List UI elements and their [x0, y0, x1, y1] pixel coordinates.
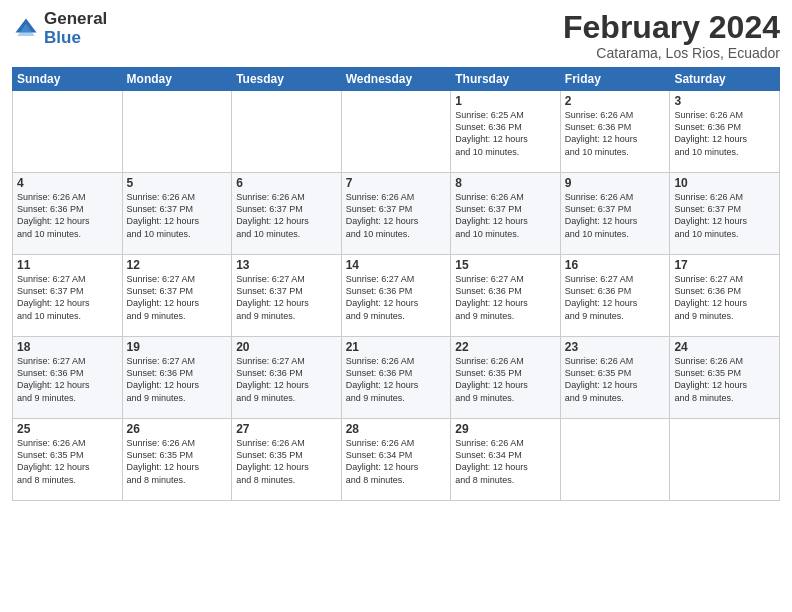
calendar-cell: 3Sunrise: 6:26 AM Sunset: 6:36 PM Daylig…	[670, 91, 780, 173]
calendar-cell: 22Sunrise: 6:26 AM Sunset: 6:35 PM Dayli…	[451, 337, 561, 419]
page-container: General Blue February 2024 Catarama, Los…	[0, 0, 792, 612]
weekday-header: Sunday	[13, 68, 123, 91]
day-info: Sunrise: 6:26 AM Sunset: 6:36 PM Dayligh…	[17, 191, 118, 240]
day-info: Sunrise: 6:27 AM Sunset: 6:36 PM Dayligh…	[236, 355, 337, 404]
day-number: 22	[455, 340, 556, 354]
calendar-cell: 4Sunrise: 6:26 AM Sunset: 6:36 PM Daylig…	[13, 173, 123, 255]
calendar-cell: 6Sunrise: 6:26 AM Sunset: 6:37 PM Daylig…	[232, 173, 342, 255]
day-info: Sunrise: 6:26 AM Sunset: 6:34 PM Dayligh…	[346, 437, 447, 486]
calendar-week-row: 1Sunrise: 6:25 AM Sunset: 6:36 PM Daylig…	[13, 91, 780, 173]
day-number: 9	[565, 176, 666, 190]
calendar-cell: 24Sunrise: 6:26 AM Sunset: 6:35 PM Dayli…	[670, 337, 780, 419]
day-info: Sunrise: 6:27 AM Sunset: 6:37 PM Dayligh…	[17, 273, 118, 322]
calendar-cell: 25Sunrise: 6:26 AM Sunset: 6:35 PM Dayli…	[13, 419, 123, 501]
calendar-cell: 2Sunrise: 6:26 AM Sunset: 6:36 PM Daylig…	[560, 91, 670, 173]
calendar-cell: 14Sunrise: 6:27 AM Sunset: 6:36 PM Dayli…	[341, 255, 451, 337]
calendar-cell	[13, 91, 123, 173]
day-info: Sunrise: 6:26 AM Sunset: 6:37 PM Dayligh…	[455, 191, 556, 240]
calendar-cell: 5Sunrise: 6:26 AM Sunset: 6:37 PM Daylig…	[122, 173, 232, 255]
day-info: Sunrise: 6:26 AM Sunset: 6:37 PM Dayligh…	[127, 191, 228, 240]
day-number: 27	[236, 422, 337, 436]
day-info: Sunrise: 6:27 AM Sunset: 6:36 PM Dayligh…	[565, 273, 666, 322]
day-info: Sunrise: 6:26 AM Sunset: 6:36 PM Dayligh…	[346, 355, 447, 404]
day-number: 12	[127, 258, 228, 272]
day-info: Sunrise: 6:27 AM Sunset: 6:36 PM Dayligh…	[127, 355, 228, 404]
calendar-week-row: 4Sunrise: 6:26 AM Sunset: 6:36 PM Daylig…	[13, 173, 780, 255]
day-number: 13	[236, 258, 337, 272]
day-number: 20	[236, 340, 337, 354]
day-info: Sunrise: 6:27 AM Sunset: 6:36 PM Dayligh…	[455, 273, 556, 322]
day-info: Sunrise: 6:27 AM Sunset: 6:36 PM Dayligh…	[17, 355, 118, 404]
calendar-week-row: 11Sunrise: 6:27 AM Sunset: 6:37 PM Dayli…	[13, 255, 780, 337]
logo: General Blue	[12, 10, 107, 47]
weekday-row: SundayMondayTuesdayWednesdayThursdayFrid…	[13, 68, 780, 91]
day-number: 25	[17, 422, 118, 436]
day-number: 17	[674, 258, 775, 272]
calendar-cell	[670, 419, 780, 501]
calendar-cell: 13Sunrise: 6:27 AM Sunset: 6:37 PM Dayli…	[232, 255, 342, 337]
day-number: 5	[127, 176, 228, 190]
day-number: 8	[455, 176, 556, 190]
day-number: 24	[674, 340, 775, 354]
calendar-table: SundayMondayTuesdayWednesdayThursdayFrid…	[12, 67, 780, 501]
day-info: Sunrise: 6:26 AM Sunset: 6:35 PM Dayligh…	[674, 355, 775, 404]
day-number: 29	[455, 422, 556, 436]
calendar-cell: 28Sunrise: 6:26 AM Sunset: 6:34 PM Dayli…	[341, 419, 451, 501]
day-number: 1	[455, 94, 556, 108]
day-info: Sunrise: 6:26 AM Sunset: 6:36 PM Dayligh…	[565, 109, 666, 158]
day-info: Sunrise: 6:26 AM Sunset: 6:34 PM Dayligh…	[455, 437, 556, 486]
day-number: 16	[565, 258, 666, 272]
calendar-cell: 18Sunrise: 6:27 AM Sunset: 6:36 PM Dayli…	[13, 337, 123, 419]
day-number: 2	[565, 94, 666, 108]
logo-text-block: General Blue	[44, 10, 107, 47]
calendar-cell: 29Sunrise: 6:26 AM Sunset: 6:34 PM Dayli…	[451, 419, 561, 501]
calendar-cell: 21Sunrise: 6:26 AM Sunset: 6:36 PM Dayli…	[341, 337, 451, 419]
day-number: 7	[346, 176, 447, 190]
day-info: Sunrise: 6:26 AM Sunset: 6:35 PM Dayligh…	[236, 437, 337, 486]
calendar-week-row: 18Sunrise: 6:27 AM Sunset: 6:36 PM Dayli…	[13, 337, 780, 419]
calendar-cell: 20Sunrise: 6:27 AM Sunset: 6:36 PM Dayli…	[232, 337, 342, 419]
day-info: Sunrise: 6:25 AM Sunset: 6:36 PM Dayligh…	[455, 109, 556, 158]
calendar-cell: 17Sunrise: 6:27 AM Sunset: 6:36 PM Dayli…	[670, 255, 780, 337]
calendar-cell: 8Sunrise: 6:26 AM Sunset: 6:37 PM Daylig…	[451, 173, 561, 255]
calendar-cell: 19Sunrise: 6:27 AM Sunset: 6:36 PM Dayli…	[122, 337, 232, 419]
day-info: Sunrise: 6:26 AM Sunset: 6:37 PM Dayligh…	[565, 191, 666, 240]
day-number: 23	[565, 340, 666, 354]
calendar-week-row: 25Sunrise: 6:26 AM Sunset: 6:35 PM Dayli…	[13, 419, 780, 501]
calendar-body: 1Sunrise: 6:25 AM Sunset: 6:36 PM Daylig…	[13, 91, 780, 501]
weekday-header: Saturday	[670, 68, 780, 91]
calendar-cell: 16Sunrise: 6:27 AM Sunset: 6:36 PM Dayli…	[560, 255, 670, 337]
day-info: Sunrise: 6:26 AM Sunset: 6:35 PM Dayligh…	[127, 437, 228, 486]
calendar-cell	[560, 419, 670, 501]
calendar-cell	[341, 91, 451, 173]
logo-blue: Blue	[44, 29, 107, 48]
logo-general: General	[44, 10, 107, 29]
calendar-cell: 1Sunrise: 6:25 AM Sunset: 6:36 PM Daylig…	[451, 91, 561, 173]
day-info: Sunrise: 6:27 AM Sunset: 6:36 PM Dayligh…	[674, 273, 775, 322]
day-info: Sunrise: 6:26 AM Sunset: 6:35 PM Dayligh…	[455, 355, 556, 404]
location: Catarama, Los Rios, Ecuador	[563, 45, 780, 61]
day-number: 18	[17, 340, 118, 354]
logo-icon	[12, 15, 40, 43]
day-number: 10	[674, 176, 775, 190]
calendar-cell: 10Sunrise: 6:26 AM Sunset: 6:37 PM Dayli…	[670, 173, 780, 255]
day-number: 21	[346, 340, 447, 354]
day-info: Sunrise: 6:27 AM Sunset: 6:37 PM Dayligh…	[127, 273, 228, 322]
day-number: 26	[127, 422, 228, 436]
day-info: Sunrise: 6:27 AM Sunset: 6:36 PM Dayligh…	[346, 273, 447, 322]
day-number: 28	[346, 422, 447, 436]
day-number: 11	[17, 258, 118, 272]
day-number: 4	[17, 176, 118, 190]
day-number: 3	[674, 94, 775, 108]
title-block: February 2024 Catarama, Los Rios, Ecuado…	[563, 10, 780, 61]
calendar-cell: 26Sunrise: 6:26 AM Sunset: 6:35 PM Dayli…	[122, 419, 232, 501]
calendar-cell	[122, 91, 232, 173]
day-info: Sunrise: 6:26 AM Sunset: 6:35 PM Dayligh…	[17, 437, 118, 486]
day-info: Sunrise: 6:26 AM Sunset: 6:37 PM Dayligh…	[674, 191, 775, 240]
day-info: Sunrise: 6:26 AM Sunset: 6:37 PM Dayligh…	[236, 191, 337, 240]
weekday-header: Friday	[560, 68, 670, 91]
calendar-cell	[232, 91, 342, 173]
calendar-cell: 12Sunrise: 6:27 AM Sunset: 6:37 PM Dayli…	[122, 255, 232, 337]
day-info: Sunrise: 6:26 AM Sunset: 6:35 PM Dayligh…	[565, 355, 666, 404]
calendar-cell: 23Sunrise: 6:26 AM Sunset: 6:35 PM Dayli…	[560, 337, 670, 419]
